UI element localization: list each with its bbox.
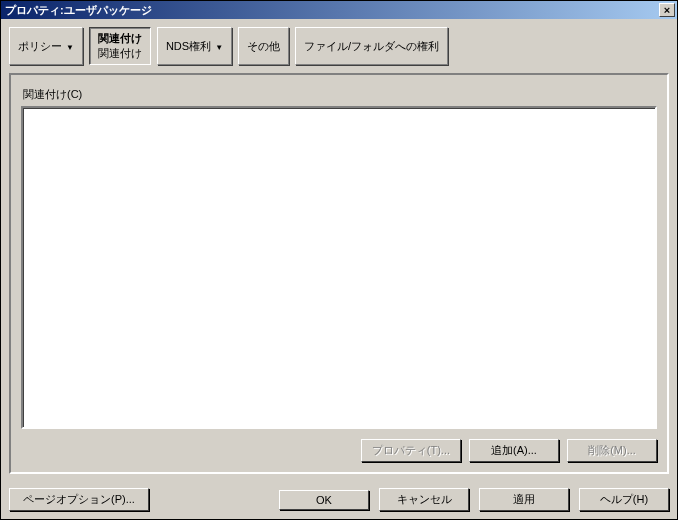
close-button[interactable]: ×: [659, 3, 675, 17]
dialog-footer: ページオプション(P)... OK キャンセル 適用 ヘルプ(H): [1, 482, 677, 519]
ok-button[interactable]: OK: [279, 490, 369, 510]
panel-button-row: プロパティ(T)... 追加(A)... 削除(M)...: [21, 439, 657, 462]
properties-dialog: プロパティ:ユーザパッケージ × ポリシー ▼ 関連付け 関連付け NDS権利 …: [0, 0, 678, 520]
help-button[interactable]: ヘルプ(H): [579, 488, 669, 511]
titlebar: プロパティ:ユーザパッケージ ×: [1, 1, 677, 19]
tab-label: ファイル/フォルダへの権利: [304, 39, 439, 54]
tab-panel: 関連付け(C) プロパティ(T)... 追加(A)... 削除(M)...: [9, 73, 669, 474]
association-list-label: 関連付け(C): [23, 87, 657, 102]
window-title: プロパティ:ユーザパッケージ: [3, 3, 659, 18]
tab-policy[interactable]: ポリシー ▼: [9, 27, 83, 65]
delete-button: 削除(M)...: [567, 439, 657, 462]
tab-strip: ポリシー ▼ 関連付け 関連付け NDS権利 ▼ その他 ファイル/フォルダへの…: [9, 27, 669, 65]
tab-other[interactable]: その他: [238, 27, 289, 65]
tab-label: その他: [247, 39, 280, 54]
tab-label: NDS権利: [166, 39, 211, 54]
tab-file-folder-rights[interactable]: ファイル/フォルダへの権利: [295, 27, 448, 65]
close-icon: ×: [664, 5, 670, 16]
tab-label-line2: 関連付け: [98, 46, 142, 61]
tab-label-line1: 関連付け: [98, 31, 142, 46]
dropdown-icon: ▼: [66, 43, 74, 52]
dropdown-icon: ▼: [215, 43, 223, 52]
property-button: プロパティ(T)...: [361, 439, 461, 462]
tab-association[interactable]: 関連付け 関連付け: [89, 27, 151, 65]
apply-button[interactable]: 適用: [479, 488, 569, 511]
dialog-body: ポリシー ▼ 関連付け 関連付け NDS権利 ▼ その他 ファイル/フォルダへの…: [1, 19, 677, 482]
panel-inner: 関連付け(C) プロパティ(T)... 追加(A)... 削除(M)...: [21, 85, 657, 462]
tab-label: ポリシー: [18, 39, 62, 54]
association-list[interactable]: [21, 106, 657, 429]
add-button[interactable]: 追加(A)...: [469, 439, 559, 462]
cancel-button[interactable]: キャンセル: [379, 488, 469, 511]
tab-nds-rights[interactable]: NDS権利 ▼: [157, 27, 232, 65]
page-options-button[interactable]: ページオプション(P)...: [9, 488, 149, 511]
